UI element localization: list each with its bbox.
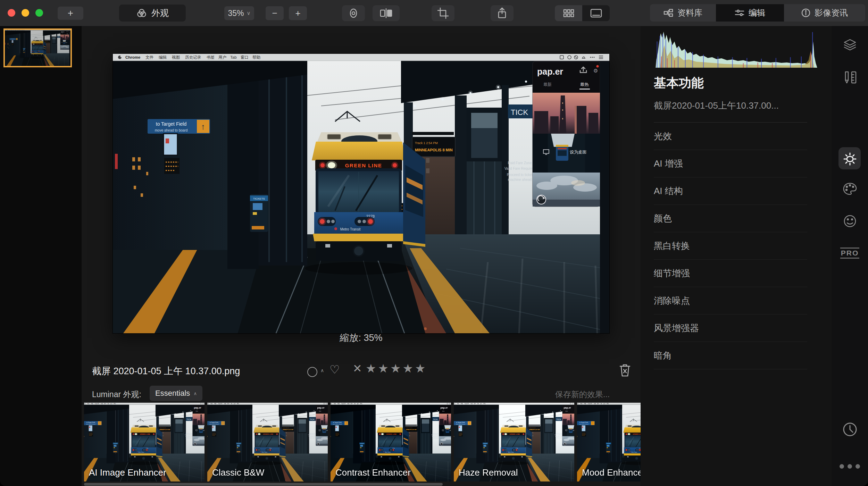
luminar-looks-label: Luminar 外观: [92, 389, 141, 400]
top-toolbar: + 外观 35% ∨ − + [0, 0, 868, 26]
workspace-tabs: 资料库 编辑 影像资讯 [650, 4, 865, 22]
single-view-icon [590, 8, 602, 18]
photo-thumbnail-selected[interactable] [3, 28, 72, 67]
canvas-tools-button[interactable] [832, 70, 868, 84]
look-preset-tile[interactable]: Classic B&W [207, 403, 328, 481]
info-icon [801, 8, 810, 17]
look-preset-tile[interactable]: AI Image Enhancer [84, 403, 205, 481]
filter-item-denoise[interactable]: 消除噪点 [654, 287, 807, 315]
filter-item-details-enhancer[interactable]: 细节增强 [654, 260, 807, 287]
panel-title: 基本功能 [654, 75, 704, 92]
filter-item-landscape-enhancer[interactable]: 风景增强器 [654, 315, 807, 342]
color-label-caret-icon: ∧ [320, 368, 324, 373]
filter-item-ai-enhance[interactable]: AI 增强 [654, 150, 807, 177]
quick-preview-button[interactable] [342, 5, 365, 21]
chevron-up-icon: ∧ [193, 391, 197, 396]
sliders-icon [735, 9, 744, 17]
minimize-window-button[interactable] [22, 9, 29, 17]
zoom-level-dropdown[interactable]: 35% ∨ [224, 6, 254, 20]
filter-item-light[interactable]: 光效 [654, 123, 807, 150]
eye-icon [347, 8, 360, 18]
look-preset-tile[interactable]: Haze Removal [454, 403, 574, 481]
delete-button[interactable] [619, 363, 631, 379]
filmstrip-scrollbar[interactable] [84, 483, 443, 486]
library-icon [663, 9, 673, 17]
zoom-indicator: 縮放: 35% [82, 332, 641, 344]
luminar-window: to Target Field move ahead to board ↑ TI… [0, 0, 868, 486]
tab-image-info[interactable]: 影像资讯 [784, 4, 865, 22]
pro-tools-button[interactable]: PRO [832, 248, 868, 259]
star-icon[interactable]: ★ [366, 361, 376, 375]
view-mode-switch [555, 5, 610, 21]
edit-panel: 基本功能 截屏2020-01-05上午10.37.00... 光效 AI 增强 … [641, 26, 832, 486]
looks-collection-dropdown[interactable]: Essentials ∧ [150, 386, 202, 401]
color-label-button[interactable] [307, 367, 317, 377]
export-share-button[interactable] [491, 5, 514, 21]
star-rating: ★ ★ ★ ★ ★ [366, 361, 425, 375]
filter-item-bw-conversion[interactable]: 黑白转换 [654, 232, 807, 260]
crop-icon [437, 7, 449, 19]
filter-item-ai-structure[interactable]: AI 结构 [654, 177, 807, 205]
look-preset-label: AI Image Enhancer [89, 467, 166, 478]
essentials-tool-button[interactable] [832, 152, 868, 166]
look-preset-label: Mood Enhancer [582, 467, 641, 478]
before-after-icon [379, 8, 393, 18]
zoom-in-button[interactable]: + [289, 6, 307, 20]
sun-icon [843, 152, 857, 166]
portrait-tool-button[interactable] [832, 214, 868, 228]
panel-subtitle: 截屏2020-01-05上午10.37.00... [654, 100, 779, 112]
creative-tool-button[interactable] [832, 182, 868, 195]
clock-icon [842, 422, 858, 437]
star-icon[interactable]: ★ [415, 361, 425, 375]
look-preset-label: Haze Removal [459, 467, 518, 478]
looks-filmstrip: AI Image Enhancer Classic B&W Contrast E… [82, 403, 641, 486]
zoom-out-button[interactable]: − [266, 6, 284, 20]
looks-venn-icon [136, 9, 147, 18]
filename-label: 截屏 2020-01-05 上午 10.37.00.png [92, 365, 240, 377]
ellipsis-icon [840, 464, 860, 469]
filter-list: 光效 AI 增强 AI 结构 颜色 黑白转换 细节增强 消除噪点 风景增强器 暗… [654, 122, 807, 369]
fullscreen-window-button[interactable] [35, 9, 43, 17]
close-window-button[interactable] [8, 9, 15, 17]
more-options-button[interactable] [832, 464, 868, 469]
crop-tool-button[interactable] [432, 5, 454, 21]
tab-edit[interactable]: 编辑 [716, 4, 784, 22]
chevron-down-icon: ∨ [247, 10, 251, 16]
grid-view-icon [563, 9, 575, 18]
layers-icon [843, 39, 857, 52]
favorite-button[interactable]: ♡ [329, 363, 340, 376]
star-icon[interactable]: ★ [402, 361, 413, 375]
clear-rating-button[interactable]: × [353, 360, 362, 377]
compare-before-after-button[interactable] [373, 5, 400, 21]
window-controls [8, 9, 43, 17]
look-preset-tile[interactable]: Mood Enhancer [577, 403, 641, 481]
star-icon[interactable]: ★ [390, 361, 401, 375]
filter-item-color[interactable]: 颜色 [654, 205, 807, 232]
trash-icon [619, 363, 631, 377]
tab-library[interactable]: 资料库 [650, 4, 716, 22]
look-preset-tile[interactable]: Contrast Enhancer [331, 403, 451, 481]
history-button[interactable] [832, 422, 868, 437]
editor-canvas: 縮放: 35% 截屏 2020-01-05 上午 10.37.00.png ∧ … [82, 26, 641, 486]
layers-tool-button[interactable] [832, 39, 868, 52]
palette-icon [843, 182, 857, 195]
pro-badge: PRO [840, 248, 860, 259]
look-preset-label: Classic B&W [212, 467, 264, 478]
looks-panel-button[interactable]: 外观 [119, 5, 186, 22]
star-icon[interactable]: ★ [378, 361, 388, 375]
single-view-button[interactable] [582, 5, 610, 21]
tool-rail: PRO [832, 26, 868, 486]
add-photos-button[interactable]: + [58, 7, 83, 20]
filter-item-vignette[interactable]: 暗角 [654, 342, 807, 369]
look-preset-label: Contrast Enhancer [335, 467, 411, 478]
filmstrip-sidebar [0, 26, 82, 486]
save-new-look-button[interactable]: 保存新的效果... [555, 389, 610, 400]
main-photo[interactable] [113, 54, 609, 333]
pencil-ruler-icon [843, 70, 857, 84]
histogram [653, 30, 819, 68]
smiley-icon [843, 214, 857, 228]
share-icon [496, 7, 508, 19]
gallery-view-button[interactable] [555, 5, 582, 21]
